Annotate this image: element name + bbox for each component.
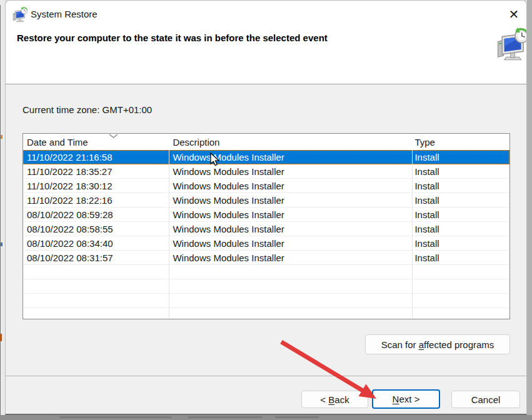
cell-type: Install — [411, 166, 509, 177]
table-row[interactable]: 11/10/2022 18:22:16 Windows Modules Inst… — [23, 193, 509, 208]
close-icon: ✕ — [509, 7, 519, 22]
empty-row — [23, 279, 509, 294]
cell-description: Windows Modules Installer — [168, 152, 411, 162]
back-button[interactable]: < Back — [301, 391, 368, 408]
list-header-row: Date and Time Description Type — [23, 134, 509, 150]
background-fragment — [1, 242, 3, 246]
table-row[interactable]: 08/10/2022 08:31:57 Windows Modules Inst… — [23, 251, 509, 265]
window-title: System Restore — [31, 9, 98, 19]
column-header-date[interactable]: Date and Time — [23, 137, 168, 148]
close-button[interactable]: ✕ — [503, 4, 524, 24]
cell-description: Windows Modules Installer — [168, 238, 411, 249]
timezone-label: Current time zone: GMT+01:00 — [23, 104, 152, 115]
table-row-selected[interactable]: 11/10/2022 21:16:58 Windows Modules Inst… — [23, 150, 509, 164]
cell-description: Windows Modules Installer — [168, 209, 411, 220]
scan-for-affected-programs-button[interactable]: Scan for affected programs — [365, 334, 510, 354]
table-row[interactable]: 08/10/2022 08:58:55 Windows Modules Inst… — [23, 222, 509, 236]
cell-type: Install — [411, 224, 509, 234]
system-restore-icon-large — [495, 28, 527, 64]
titlebar[interactable]: System Restore ✕ — [6, 1, 527, 28]
background-fragment — [1, 135, 3, 139]
cell-type: Install — [411, 209, 509, 220]
background-fragment — [0, 334, 2, 341]
cell-date: 11/10/2022 18:30:12 — [23, 181, 168, 191]
background-window-right-edge — [527, 0, 532, 415]
cell-description: Windows Modules Installer — [168, 195, 411, 206]
table-row[interactable]: 11/10/2022 18:35:27 Windows Modules Inst… — [23, 164, 509, 179]
empty-row — [23, 294, 509, 308]
cell-date: 11/10/2022 18:22:16 — [23, 195, 168, 206]
column-divider — [412, 134, 413, 318]
next-button[interactable]: Next > — [372, 389, 440, 409]
cancel-button[interactable]: Cancel — [451, 391, 520, 408]
cell-description: Windows Modules Installer — [168, 224, 411, 234]
column-header-type[interactable]: Type — [411, 137, 509, 148]
system-restore-dialog: System Restore ✕ Restore your computer t… — [5, 0, 527, 415]
table-row[interactable]: 08/10/2022 08:34:40 Windows Modules Inst… — [23, 236, 509, 251]
cell-type: Install — [411, 152, 509, 162]
column-header-description[interactable]: Description — [168, 137, 411, 148]
cell-date: 08/10/2022 08:34:40 — [23, 238, 168, 249]
table-row[interactable]: 08/10/2022 08:59:28 Windows Modules Inst… — [23, 208, 509, 222]
column-divider — [169, 134, 169, 318]
cell-date: 11/10/2022 18:35:27 — [23, 166, 168, 177]
cell-type: Install — [411, 252, 509, 263]
cell-date: 08/10/2022 08:31:57 — [23, 252, 168, 263]
cell-date: 08/10/2022 08:58:55 — [23, 224, 168, 234]
cell-date: 11/10/2022 21:16:58 — [23, 152, 168, 162]
empty-row — [23, 265, 509, 279]
background-window-left-edge — [0, 0, 5, 415]
background-window-bottom-edge — [0, 415, 532, 420]
cell-type: Install — [411, 181, 509, 191]
table-row[interactable]: 11/10/2022 18:30:12 Windows Modules Inst… — [23, 179, 509, 193]
system-restore-icon — [12, 7, 28, 25]
footer-separator — [6, 376, 527, 376]
restore-points-list: Date and Time Description Type 11/10/202… — [23, 133, 510, 319]
cell-type: Install — [411, 195, 509, 206]
cell-description: Windows Modules Installer — [168, 181, 411, 191]
cell-type: Install — [411, 238, 509, 249]
cell-description: Windows Modules Installer — [168, 166, 411, 177]
cell-description: Windows Modules Installer — [168, 252, 411, 263]
cell-date: 08/10/2022 08:59:28 — [23, 209, 168, 220]
empty-row — [23, 308, 509, 319]
background-window-border — [0, 5, 1, 415]
page-instruction: Restore your computer to the state it wa… — [17, 32, 473, 44]
sort-descending-chevron-icon — [109, 133, 118, 141]
